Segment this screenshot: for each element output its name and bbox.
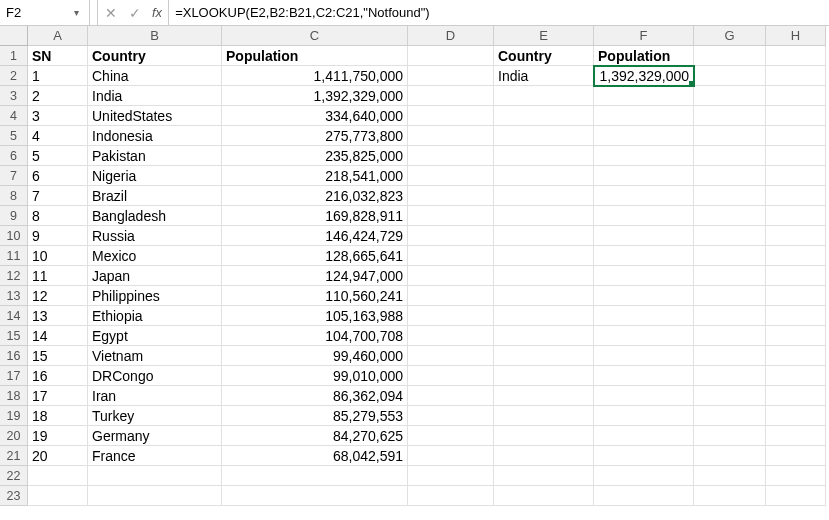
row-header-10[interactable]: 10 (0, 226, 28, 246)
cell-F13[interactable] (594, 286, 694, 306)
cell-C4[interactable]: 334,640,000 (222, 106, 408, 126)
cell-C9[interactable]: 169,828,911 (222, 206, 408, 226)
cell-B10[interactable]: Russia (88, 226, 222, 246)
cell-G5[interactable] (694, 126, 766, 146)
cell-B21[interactable]: France (88, 446, 222, 466)
cell-D18[interactable] (408, 386, 494, 406)
cell-F22[interactable] (594, 466, 694, 486)
cell-D19[interactable] (408, 406, 494, 426)
cell-D10[interactable] (408, 226, 494, 246)
cell-D1[interactable] (408, 46, 494, 66)
cell-B16[interactable]: Vietnam (88, 346, 222, 366)
cell-E2[interactable]: India (494, 66, 594, 86)
column-header-H[interactable]: H (766, 26, 826, 46)
cell-B2[interactable]: China (88, 66, 222, 86)
cell-B6[interactable]: Pakistan (88, 146, 222, 166)
cell-G2[interactable] (694, 66, 766, 86)
cell-H8[interactable] (766, 186, 826, 206)
cell-B13[interactable]: Philippines (88, 286, 222, 306)
row-header-23[interactable]: 23 (0, 486, 28, 506)
cell-E12[interactable] (494, 266, 594, 286)
cell-G8[interactable] (694, 186, 766, 206)
row-header-9[interactable]: 9 (0, 206, 28, 226)
cell-B15[interactable]: Egypt (88, 326, 222, 346)
cell-B9[interactable]: Bangladesh (88, 206, 222, 226)
cell-H21[interactable] (766, 446, 826, 466)
cell-C23[interactable] (222, 486, 408, 506)
cell-B23[interactable] (88, 486, 222, 506)
cell-H14[interactable] (766, 306, 826, 326)
cell-B7[interactable]: Nigeria (88, 166, 222, 186)
cell-D20[interactable] (408, 426, 494, 446)
cell-G7[interactable] (694, 166, 766, 186)
cell-F16[interactable] (594, 346, 694, 366)
cell-A14[interactable]: 13 (28, 306, 88, 326)
cell-G14[interactable] (694, 306, 766, 326)
fx-icon[interactable]: fx (150, 5, 164, 20)
cell-G22[interactable] (694, 466, 766, 486)
cell-D23[interactable] (408, 486, 494, 506)
cell-C19[interactable]: 85,279,553 (222, 406, 408, 426)
cell-H13[interactable] (766, 286, 826, 306)
cell-H3[interactable] (766, 86, 826, 106)
cell-B4[interactable]: UnitedStates (88, 106, 222, 126)
cell-H10[interactable] (766, 226, 826, 246)
cell-A22[interactable] (28, 466, 88, 486)
cell-H15[interactable] (766, 326, 826, 346)
cell-D14[interactable] (408, 306, 494, 326)
header-population-C[interactable]: Population (222, 46, 408, 66)
cell-H7[interactable] (766, 166, 826, 186)
cell-A23[interactable] (28, 486, 88, 506)
row-header-4[interactable]: 4 (0, 106, 28, 126)
cell-G10[interactable] (694, 226, 766, 246)
cell-D15[interactable] (408, 326, 494, 346)
cell-A5[interactable]: 4 (28, 126, 88, 146)
cell-A13[interactable]: 12 (28, 286, 88, 306)
cell-E17[interactable] (494, 366, 594, 386)
row-header-3[interactable]: 3 (0, 86, 28, 106)
cell-B8[interactable]: Brazil (88, 186, 222, 206)
cell-D11[interactable] (408, 246, 494, 266)
column-header-C[interactable]: C (222, 26, 408, 46)
cell-F12[interactable] (594, 266, 694, 286)
cell-G3[interactable] (694, 86, 766, 106)
cell-E4[interactable] (494, 106, 594, 126)
cell-A16[interactable]: 15 (28, 346, 88, 366)
header-country-B[interactable]: Country (88, 46, 222, 66)
cell-C15[interactable]: 104,700,708 (222, 326, 408, 346)
cell-C20[interactable]: 84,270,625 (222, 426, 408, 446)
cell-D12[interactable] (408, 266, 494, 286)
row-header-17[interactable]: 17 (0, 366, 28, 386)
row-header-8[interactable]: 8 (0, 186, 28, 206)
cell-A8[interactable]: 7 (28, 186, 88, 206)
cell-B18[interactable]: Iran (88, 386, 222, 406)
cell-E15[interactable] (494, 326, 594, 346)
column-header-B[interactable]: B (88, 26, 222, 46)
cell-F8[interactable] (594, 186, 694, 206)
cell-B11[interactable]: Mexico (88, 246, 222, 266)
cell-H22[interactable] (766, 466, 826, 486)
cell-B19[interactable]: Turkey (88, 406, 222, 426)
cell-F9[interactable] (594, 206, 694, 226)
cell-A2[interactable]: 1 (28, 66, 88, 86)
cell-E8[interactable] (494, 186, 594, 206)
cell-F15[interactable] (594, 326, 694, 346)
cell-G1[interactable] (694, 46, 766, 66)
cell-C12[interactable]: 124,947,000 (222, 266, 408, 286)
cell-B3[interactable]: India (88, 86, 222, 106)
chevron-down-icon[interactable]: ▾ (69, 0, 83, 25)
row-header-15[interactable]: 15 (0, 326, 28, 346)
cell-B17[interactable]: DRCongo (88, 366, 222, 386)
cell-F7[interactable] (594, 166, 694, 186)
cell-G11[interactable] (694, 246, 766, 266)
cell-F19[interactable] (594, 406, 694, 426)
cell-C18[interactable]: 86,362,094 (222, 386, 408, 406)
cell-F14[interactable] (594, 306, 694, 326)
cell-A11[interactable]: 10 (28, 246, 88, 266)
cell-E21[interactable] (494, 446, 594, 466)
cell-H11[interactable] (766, 246, 826, 266)
cell-C8[interactable]: 216,032,823 (222, 186, 408, 206)
cell-H17[interactable] (766, 366, 826, 386)
cell-D16[interactable] (408, 346, 494, 366)
cell-E13[interactable] (494, 286, 594, 306)
